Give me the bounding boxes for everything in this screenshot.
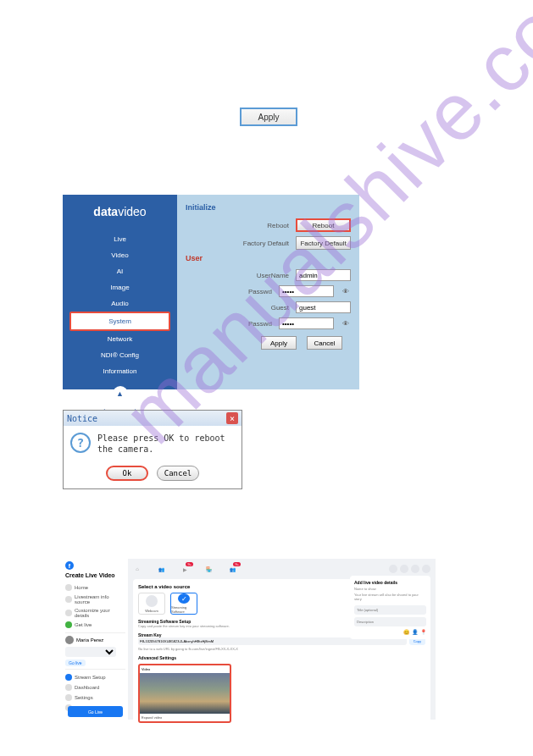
fb-profile[interactable]: Maria Perez: [65, 636, 125, 644]
nav-system[interactable]: System: [69, 312, 170, 331]
source-webcam[interactable]: Webcam: [138, 593, 165, 615]
video-label: Video: [140, 665, 230, 673]
details-sub: Name to show: [354, 587, 426, 591]
cancel-button[interactable]: Cancel: [307, 336, 342, 350]
fb-item-golive[interactable]: Get live: [65, 620, 125, 630]
passwd-label: Passwd: [225, 288, 272, 295]
fb-sidebar: f Create Live Video Home Livestream info…: [63, 559, 128, 720]
passwd2-label: Passwd: [225, 320, 272, 328]
passwd-input[interactable]: [279, 285, 334, 297]
notice-text: Please press OK to reboot the camera.: [97, 433, 235, 455]
description-input[interactable]: [354, 617, 426, 626]
fb-settings[interactable]: Settings: [65, 693, 125, 703]
initialize-title: Initialize: [186, 203, 351, 212]
nav-ndi-config[interactable]: NDI® Config: [63, 347, 177, 363]
camera-settings-panel: datavideo Live Video AI Image Audio Syst…: [63, 195, 359, 389]
home-icon[interactable]: ⌂: [133, 565, 142, 573]
eye-icon[interactable]: 👁: [341, 286, 351, 296]
cancel-button-dialog[interactable]: Cancel: [157, 466, 199, 481]
menu-icon[interactable]: [389, 565, 397, 573]
post-target-select[interactable]: [65, 647, 116, 657]
camera-sidebar: datavideo Live Video AI Image Audio Syst…: [63, 195, 177, 389]
avatar-icon: [65, 636, 74, 644]
account-icon[interactable]: [422, 565, 430, 573]
ok-button[interactable]: Ok: [106, 466, 148, 481]
fb-stream-setup[interactable]: Stream Setup: [65, 672, 125, 682]
advanced-settings[interactable]: Advanced Settings: [138, 655, 425, 660]
go-live-button[interactable]: Go Live: [68, 706, 123, 717]
watch-icon[interactable]: ▶9+: [180, 565, 189, 573]
passwd2-input[interactable]: [279, 317, 334, 329]
video-preview[interactable]: [140, 673, 230, 714]
webcam-icon: [146, 595, 158, 607]
check-icon: ✓: [178, 593, 190, 604]
nav-live[interactable]: Live: [63, 231, 177, 247]
details-title: Add live video details: [354, 580, 426, 585]
guest-input[interactable]: [296, 301, 351, 313]
ptz-up[interactable]: ▲: [113, 386, 128, 401]
go-live-tag: Go live: [65, 659, 86, 666]
guest-label: Guest: [242, 304, 289, 312]
facebook-live-panel: f Create Live Video Home Livestream info…: [63, 559, 436, 720]
user-title: User: [186, 254, 351, 262]
apply-button-top[interactable]: Apply: [240, 108, 297, 126]
person-tag-icon[interactable]: 👤: [412, 629, 418, 635]
apply-button[interactable]: Apply: [261, 336, 297, 350]
reboot-label: Reboot: [242, 222, 289, 229]
video-preview-box: Video Expand video: [138, 664, 231, 723]
groups-icon[interactable]: 👥9+: [228, 565, 236, 573]
fb-item-home[interactable]: Home: [65, 582, 125, 593]
notice-titlebar: Notice ×: [64, 411, 242, 426]
nav-audio[interactable]: Audio: [63, 295, 177, 312]
messenger-icon[interactable]: [400, 565, 408, 573]
profile-name: Maria Perez: [76, 637, 103, 643]
question-icon: ?: [70, 433, 91, 453]
datavideo-logo: datavideo: [63, 205, 177, 218]
nav-video[interactable]: Video: [63, 247, 177, 263]
fb-dashboard[interactable]: Dashboard: [65, 682, 125, 693]
reboot-button[interactable]: Reboot: [296, 218, 351, 232]
close-icon[interactable]: ×: [226, 412, 238, 424]
fb-main: ⌂ 👥 ▶9+ 🏪 👥9+ Select a video source We: [128, 559, 436, 720]
details-note: Your live stream will also be shared to …: [354, 593, 426, 601]
friends-icon[interactable]: 👥: [157, 565, 165, 573]
eye-icon-2[interactable]: 👁: [341, 318, 351, 328]
notice-title: Notice: [67, 414, 97, 423]
location-icon[interactable]: 📍: [420, 629, 426, 635]
nav-image[interactable]: Image: [63, 279, 177, 295]
username-input[interactable]: [296, 269, 351, 281]
factory-default-label: Factory Default: [242, 240, 289, 247]
camera-content: Initialize Reboot Reboot Factory Default…: [177, 195, 359, 389]
fb-topbar: ⌂ 👥 ▶9+ 🏪 👥9+: [133, 564, 430, 574]
fb-page-title: Create Live Video: [65, 572, 125, 578]
fb-item-details[interactable]: Customize your details: [65, 606, 125, 620]
title-input[interactable]: [354, 605, 426, 615]
fb-item-source[interactable]: Livestream info source: [65, 593, 125, 606]
notifications-icon[interactable]: [411, 565, 419, 573]
factory-default-button[interactable]: Factory Default: [296, 236, 351, 250]
expand-video[interactable]: Expand video: [140, 714, 230, 721]
source-streaming-software[interactable]: ✓ Streaming Software: [170, 593, 197, 615]
emoji-icon[interactable]: 😊: [403, 629, 409, 635]
stream-hint: Go live to a web URL by going to fb.com/…: [138, 647, 425, 651]
nav-network[interactable]: Network: [63, 331, 177, 347]
username-label: UserName: [242, 272, 289, 279]
notice-dialog: Notice × ? Please press OK to reboot the…: [63, 410, 242, 489]
marketplace-icon[interactable]: 🏪: [204, 565, 213, 573]
nav-information[interactable]: Information: [63, 363, 177, 379]
fb-details-card: Add live video details Name to show Your…: [350, 576, 430, 639]
facebook-logo-icon[interactable]: f: [65, 561, 74, 570]
nav-ai[interactable]: AI: [63, 263, 177, 279]
